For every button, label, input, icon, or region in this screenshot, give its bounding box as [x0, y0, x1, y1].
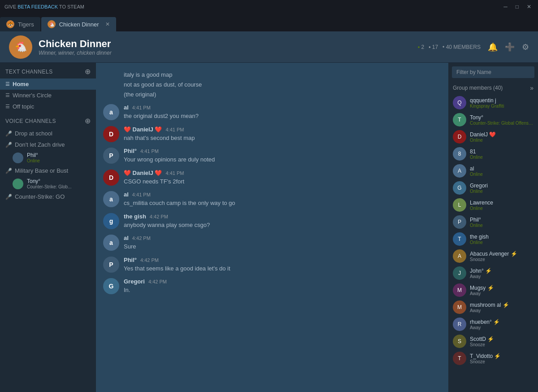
- add-voice-channel-button[interactable]: ⊕: [85, 117, 91, 125]
- msg-time-gregori: 4:42 PM: [148, 279, 167, 284]
- member-item-mushroom[interactable]: M mushroom al ⚡ Away: [448, 299, 538, 316]
- group-avatar: 🐔: [9, 35, 32, 59]
- winners-channel-icon: ☰: [5, 92, 10, 98]
- sidebar-item-home[interactable]: ☰ Home: [0, 78, 96, 90]
- member-info-al: al Online: [470, 166, 483, 177]
- member-info-tony: Tony° Counter-Strike: Global Offensive: [470, 114, 534, 126]
- feedback-link[interactable]: BETA FEEDBACK: [17, 4, 58, 9]
- member-status-john: Away: [470, 274, 492, 279]
- sidebar-user-tony-name: Tony°: [27, 178, 71, 184]
- msg-text-al-3: Sure: [124, 242, 441, 251]
- home-channel-label: Home: [13, 81, 29, 87]
- settings-icon[interactable]: ⚙: [522, 42, 529, 52]
- sidebar-voice-drop-at-school[interactable]: 🎤 Drop at school: [0, 128, 96, 139]
- msg-author-gish: the gish: [124, 213, 146, 220]
- msg-content-al-2: al 4:41 PM cs_militia couch camp is the …: [124, 191, 441, 208]
- member-item-scottd[interactable]: S ScottD ⚡ Snooze: [448, 333, 538, 350]
- sidebar-voice-military[interactable]: 🎤 Military Base or Bust: [0, 165, 96, 176]
- msg-content-phil-2: Phil° 4:42 PM Yes that seems like a good…: [124, 257, 441, 273]
- member-name-abacus: Abacus Avenger ⚡: [470, 251, 517, 257]
- sidebar-item-off-topic[interactable]: ☰ Off topic: [0, 101, 96, 112]
- msg-author-danielj-2: ❤️ DanielJ ❤️: [124, 170, 162, 176]
- msg-text-al-1: the original dust2 you mean?: [124, 112, 441, 121]
- member-name-rhueben: rhueben° ⚡: [470, 319, 500, 325]
- member-avatar-phil: P: [453, 215, 466, 229]
- mic-icon-zach: 🎤: [5, 142, 12, 148]
- chicken-dinner-tab-icon: 🐔: [48, 20, 56, 28]
- member-status-danielj: Online: [470, 138, 496, 143]
- chat-messages: italy is a good map not as good as dust,…: [96, 63, 448, 392]
- voice-channels-header: Voice Channels ⊕: [0, 112, 96, 128]
- member-name-phil: Phil°: [470, 217, 483, 223]
- member-name-danielj: DanielJ ❤️: [470, 131, 496, 138]
- msg-time-phil-2: 4:42 PM: [140, 257, 159, 263]
- member-info-tvidotto: T_Vidotto ⚡ Snooze: [470, 353, 501, 364]
- msg-time-al-1: 4:41 PM: [132, 105, 151, 110]
- tab-chicken-dinner[interactable]: 🐔 Chicken Dinner ✕: [41, 17, 116, 31]
- member-item-mugsy[interactable]: M Mugsy ⚡ Away: [448, 282, 538, 299]
- tab-close-icon[interactable]: ✕: [105, 21, 110, 27]
- sidebar-user-phil-avatar: [13, 152, 23, 163]
- chat-area: italy is a good map not as good as dust,…: [96, 63, 448, 392]
- member-item-john[interactable]: J John° ⚡ Away: [448, 265, 538, 282]
- text-channels-header: Text Channels ⊕: [0, 63, 96, 78]
- tab-tigers[interactable]: 🐯 Tigers: [0, 17, 40, 31]
- member-name-lawrence: Lawrence: [470, 200, 493, 206]
- add-friend-icon[interactable]: ➕: [505, 42, 515, 52]
- member-status-abacus: Snooze: [470, 257, 517, 262]
- msg-text-gregori: In.: [124, 286, 441, 295]
- group-name: Chicken Dinner: [39, 38, 418, 50]
- member-item-qqquentin[interactable]: Q qqquentin j Kingspray Graffiti: [448, 94, 538, 111]
- feedback-text: GIVE BETA FEEDBACK TO STEAM: [4, 4, 84, 9]
- member-item-abacus[interactable]: A Abacus Avenger ⚡ Snooze: [448, 248, 538, 265]
- member-item-gregori[interactable]: G Gregori Online: [448, 179, 538, 196]
- msg-time-phil-1: 4:41 PM: [140, 148, 159, 154]
- member-avatar-john: J: [453, 266, 466, 280]
- member-name-mugsy: Mugsy ⚡: [470, 285, 494, 291]
- member-item-danielj[interactable]: D DanielJ ❤️ Online: [448, 128, 538, 145]
- mic-icon-cs: 🎤: [5, 194, 12, 200]
- member-info-danielj: DanielJ ❤️ Online: [470, 131, 496, 143]
- system-messages: italy is a good map not as good as dust,…: [103, 68, 441, 104]
- member-avatar-tvidotto: T: [453, 352, 466, 365]
- members-expand-icon[interactable]: »: [530, 84, 534, 91]
- window-controls: ─ □ ✕: [501, 3, 534, 11]
- maximize-button[interactable]: □: [513, 3, 521, 11]
- member-item-tvidotto[interactable]: T T_Vidotto ⚡ Snooze: [448, 350, 538, 367]
- member-status-phil: Online: [470, 223, 483, 228]
- sidebar-item-winners-circle[interactable]: ☰ Winner's Circle: [0, 90, 96, 101]
- member-item-rhueben[interactable]: R rhueben° ⚡ Away: [448, 316, 538, 333]
- member-item-81[interactable]: 8 81 Online: [448, 145, 538, 162]
- member-info-john: John° ⚡ Away: [470, 268, 492, 279]
- minimize-button[interactable]: ─: [501, 3, 510, 11]
- msg-author-danielj-1: ❤️ DanielJ ❤️: [124, 126, 162, 133]
- sidebar-voice-dont-let-zach[interactable]: 🎤 Don't let Zach drive: [0, 139, 96, 150]
- msg-text-phil-1: Your wrong opinions are duly noted: [124, 155, 441, 164]
- member-avatar-qqquentin: Q: [453, 96, 466, 109]
- mic-icon-military: 🎤: [5, 168, 12, 174]
- msg-content-al-1: al 4:41 PM the original dust2 you mean?: [124, 104, 441, 121]
- member-name-qqquentin: qqquentin j: [470, 97, 504, 104]
- sidebar-user-phil: Phil° Online: [0, 150, 96, 165]
- msg-header-al-2: al 4:41 PM: [124, 191, 441, 198]
- msg-text-danielj-1: nah that's second best map: [124, 134, 441, 143]
- member-avatar-danielj: D: [453, 130, 466, 144]
- avatar-al-3: a: [103, 235, 119, 251]
- msg-header-danielj-1: ❤️ DanielJ ❤️ 4:41 PM: [124, 126, 441, 133]
- member-name-tony: Tony°: [470, 114, 534, 121]
- voice-military-label: Military Base or Bust: [15, 167, 68, 174]
- title-bar: GIVE BETA FEEDBACK TO STEAM ─ □ ✕: [0, 0, 538, 13]
- member-item-lawrence[interactable]: L Lawrence Online: [448, 196, 538, 213]
- member-item-tony[interactable]: T Tony° Counter-Strike: Global Offensive: [448, 111, 538, 128]
- sidebar-voice-counter-strike[interactable]: 🎤 Counter-Strike: GO: [0, 191, 96, 202]
- member-filter-input[interactable]: [452, 66, 534, 78]
- close-button[interactable]: ✕: [525, 3, 534, 11]
- notify-icon[interactable]: 🔔: [488, 42, 498, 52]
- member-item-al[interactable]: A al Online: [448, 162, 538, 179]
- msg-author-al-1: al: [124, 104, 129, 111]
- add-text-channel-button[interactable]: ⊕: [85, 67, 91, 76]
- member-item-thegish[interactable]: T the gish Online: [448, 231, 538, 248]
- member-item-phil[interactable]: P Phil° Online: [448, 213, 538, 231]
- msg-text-gish: anybody wanna play some csgo?: [124, 221, 441, 230]
- avatar-phil-1: P: [103, 148, 119, 164]
